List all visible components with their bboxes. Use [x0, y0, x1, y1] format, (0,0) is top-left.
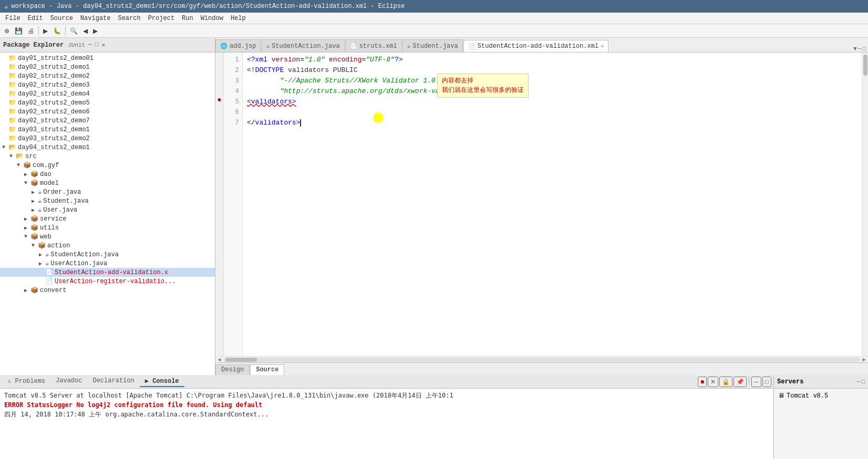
maximize-console-btn[interactable]: □	[762, 377, 771, 387]
tree-item[interactable]: 📁 day02_struts2_demo5	[0, 98, 215, 107]
tree-item[interactable]: 📁 day02_struts2_demo6	[0, 107, 215, 116]
tab-struts-xml[interactable]: 📄 struts.xml	[345, 39, 402, 52]
toolbar-debug[interactable]: 🐛	[51, 27, 63, 35]
close-btn[interactable]: ✕	[100, 41, 106, 49]
tree-item-comgyf[interactable]: ▼ 📦 com.gyf	[0, 161, 215, 170]
menu-source[interactable]: Source	[47, 14, 76, 23]
console-tab-problems[interactable]: ⚠ Problems	[2, 376, 50, 387]
panel-title: Package Explorer	[3, 41, 64, 49]
bottom-left: ⚠ Problems Javadoc Declaration ▶ Console…	[0, 375, 773, 459]
menu-window[interactable]: Window	[198, 14, 226, 23]
menu-navigate[interactable]: Navigate	[77, 14, 114, 23]
console-tab-declaration[interactable]: Declaration	[87, 376, 139, 387]
tree-item-src[interactable]: ▼ 📂 src	[0, 152, 215, 161]
tab-design[interactable]: Design	[215, 364, 250, 375]
tab-student-action-java[interactable]: ☕ StudentAction.java	[261, 39, 344, 52]
main-layout: Package Explorer JUnit ─ □ ✕ 📁 day01_str…	[0, 38, 868, 459]
code-content[interactable]: <?xml version="1.0" encoding="UTF-8"?> <…	[243, 53, 862, 356]
code-line-1: <?xml version="1.0" encoding="UTF-8"?>	[247, 55, 857, 65]
menu-search[interactable]: Search	[115, 14, 143, 23]
menu-run[interactable]: Run	[179, 14, 197, 23]
toolbar-print[interactable]: 🖨	[26, 27, 36, 35]
tab-source[interactable]: Source	[250, 364, 284, 375]
tree-item-service[interactable]: ▶ 📦 service	[0, 214, 215, 223]
tree-item-validation-xml[interactable]: 📄 StudentAction-add-validation.x	[0, 268, 215, 277]
tree-item[interactable]: 📁 day03_struts2_demo1	[0, 125, 215, 134]
tree-item-student-java[interactable]: ▶ ☕ Student.java	[0, 196, 215, 205]
code-editor[interactable]: ● 1 2 3 4 5 6 7	[215, 53, 868, 356]
cursor-indicator	[373, 112, 384, 123]
left-panel: Package Explorer JUnit ─ □ ✕ 📁 day01_str…	[0, 38, 215, 375]
tree-item[interactable]: 📁 day02_struts2_demo3	[0, 80, 215, 89]
tree-item[interactable]: 📁 day02_struts2_demo1	[0, 62, 215, 71]
servers-content: 🖥 Tomcat v8.5	[774, 389, 868, 459]
menu-help[interactable]: Help	[228, 14, 249, 23]
toolbar-run[interactable]: ▶	[41, 27, 50, 35]
tab-validation-xml[interactable]: 📄 StudentAction-add-validation.xml ✕	[463, 40, 608, 53]
tree-item[interactable]: 📁 day02_struts2_demo2	[0, 71, 215, 80]
tree-item-order[interactable]: ▶ ☕ Order.java	[0, 187, 215, 196]
panel-tab-junit[interactable]: JUnit	[68, 42, 85, 48]
toolbar-new[interactable]: ⊕	[2, 27, 12, 35]
h-scroll-track[interactable]	[223, 358, 861, 362]
tab-close-icon[interactable]: ✕	[601, 43, 604, 49]
servers-minimize-btn[interactable]: ─	[857, 379, 861, 385]
tree-item-web[interactable]: ▼ 📦 web	[0, 232, 215, 241]
editor-area: 🌐 add.jsp ☕ StudentAction.java 📄 struts.…	[215, 38, 868, 375]
console-tab-javadoc[interactable]: Javadoc	[50, 376, 87, 387]
tree-item-day04[interactable]: ▼ 📂 day04_struts2_demo1	[0, 143, 215, 152]
console-header: ⚠ Problems Javadoc Declaration ▶ Console…	[0, 375, 773, 389]
toolbar-search[interactable]: 🔍	[68, 27, 80, 35]
tree-item-utils[interactable]: ▶ 📦 utils	[0, 223, 215, 232]
code-line-3: "-//Apache Struts//XWork Validator 1.0.3…	[247, 76, 857, 86]
gutter-2	[215, 63, 223, 74]
toolbar: ⊕ 💾 🖨 ▶ 🐛 🔍 ◀ ▶	[0, 24, 868, 38]
tree-item-useraction-validation[interactable]: 📄 UserAction-register-validatio...	[0, 277, 215, 286]
menu-file[interactable]: File	[2, 14, 24, 23]
toolbar-save[interactable]: 💾	[13, 27, 25, 35]
tab-add-jsp[interactable]: 🌐 add.jsp	[215, 39, 261, 52]
minimize-console-btn[interactable]: ─	[751, 377, 761, 387]
tree-item-action[interactable]: ▼ 📦 action	[0, 241, 215, 250]
package-tree: 📁 day01_struts2_demo01 📁 day02_struts2_d…	[0, 53, 215, 375]
tab-bar-right: ▼ ─ □	[853, 46, 868, 52]
stop-btn[interactable]: ■	[698, 377, 707, 387]
tab-student-java[interactable]: ☕ Student.java	[402, 39, 463, 52]
tab-list-btn[interactable]: ▼	[853, 46, 857, 52]
minimize-editor-btn[interactable]: ─	[858, 46, 862, 52]
toolbar-forward[interactable]: ▶	[91, 27, 100, 35]
tree-item[interactable]: 📁 day03_struts2_demo2	[0, 134, 215, 143]
tree-item-studentaction[interactable]: ▶ ☕ StudentAction.java	[0, 250, 215, 259]
maximize-editor-btn[interactable]: □	[862, 46, 866, 52]
tree-item-user[interactable]: ▶ ☕ User.java	[0, 205, 215, 214]
console-content: Tomcat v8.5 Server at localhost [Apache …	[0, 389, 773, 459]
pin-btn[interactable]: 📌	[733, 377, 747, 387]
tooltip-line1: 内容都去掉	[442, 76, 524, 86]
menu-edit[interactable]: Edit	[25, 14, 46, 23]
vertical-scrollbar[interactable]	[862, 53, 868, 356]
servers-maximize-btn[interactable]: □	[861, 379, 865, 385]
scrollbar-thumb[interactable]	[863, 55, 867, 76]
maximize-btn[interactable]: □	[94, 41, 100, 49]
menu-project[interactable]: Project	[145, 14, 178, 23]
tree-item-convert[interactable]: ▶ 📦 convert	[0, 286, 215, 295]
clear-btn[interactable]: ✕	[708, 377, 718, 387]
toolbar-back[interactable]: ◀	[81, 27, 90, 35]
editor-tabs: 🌐 add.jsp ☕ StudentAction.java 📄 struts.…	[215, 38, 868, 53]
window-title: workspace - Java - day04_struts2_demo1/s…	[11, 3, 405, 10]
text-cursor	[300, 119, 301, 127]
tree-item[interactable]: 📁 day02_struts2_demo4	[0, 89, 215, 98]
menu-bar: File Edit Source Navigate Search Project…	[0, 13, 868, 24]
scroll-lock-btn[interactable]: 🔒	[719, 377, 732, 387]
minimize-btn[interactable]: ─	[87, 41, 93, 49]
server-item-tomcat[interactable]: 🖥 Tomcat v8.5	[776, 391, 866, 401]
app-icon: ☕	[4, 3, 8, 11]
tree-item[interactable]: 📁 day01_struts2_demo01	[0, 54, 215, 62]
console-tab-console[interactable]: ▶ Console	[140, 376, 184, 387]
tree-item-useraction[interactable]: ▶ ☕ UserAction.java	[0, 259, 215, 268]
h-scroll-thumb[interactable]	[225, 358, 257, 362]
horizontal-scrollbar-area[interactable]: ◀ ▶	[215, 356, 868, 362]
tree-item-dao[interactable]: ▶ 📦 dao	[0, 170, 215, 179]
tree-item[interactable]: 📁 day02_struts2_demo7	[0, 116, 215, 125]
tree-item-model[interactable]: ▼ 📦 model	[0, 179, 215, 187]
